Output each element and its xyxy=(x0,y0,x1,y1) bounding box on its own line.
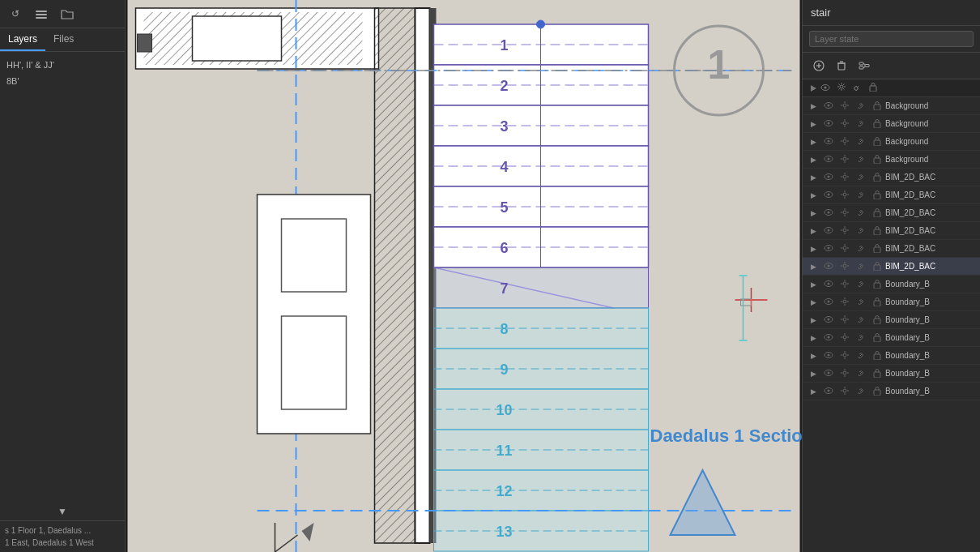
layer-link-icon[interactable] xyxy=(853,243,869,255)
layer-link-icon[interactable] xyxy=(853,225,869,237)
layer-link-icon[interactable] xyxy=(853,297,869,308)
expand-button[interactable]: ▼ xyxy=(0,503,125,520)
refresh-icon[interactable]: ↺ xyxy=(6,5,24,23)
layer-link-icon[interactable] xyxy=(853,350,869,362)
layer-lock-icon[interactable] xyxy=(869,172,885,183)
layer-link-icon[interactable] xyxy=(853,101,869,112)
layer-lock-icon[interactable] xyxy=(869,101,885,112)
tab-files[interactable]: Files xyxy=(45,28,82,51)
layer-lock-icon[interactable] xyxy=(869,190,885,201)
layer-gear-icon[interactable] xyxy=(837,172,853,183)
layer-gear-icon[interactable] xyxy=(837,297,853,308)
layer-row[interactable]: ▶ Boundary_B xyxy=(803,347,980,365)
layer-gear-icon[interactable] xyxy=(837,243,853,255)
layer-eye-icon[interactable] xyxy=(820,333,837,343)
layer-row[interactable]: ▶ Boundary_B xyxy=(803,293,980,311)
layer-eye-icon[interactable] xyxy=(820,315,837,325)
tab-layers[interactable]: Layers xyxy=(0,28,45,51)
layer-gear-icon[interactable] xyxy=(837,315,853,326)
layer-eye-icon[interactable] xyxy=(820,369,837,379)
layer-row[interactable]: ▶ BIM_2D_BAC xyxy=(803,222,980,240)
layer-row[interactable]: ▶ Boundary_B xyxy=(803,365,980,383)
layer-link-icon[interactable] xyxy=(853,136,869,148)
layer-link-icon[interactable] xyxy=(853,118,869,130)
list-item[interactable]: HH', II' & JJ' xyxy=(0,57,125,73)
layer-row[interactable]: ▶ BIM_2D_BAC xyxy=(803,169,980,186)
layer-link-icon[interactable] xyxy=(853,172,869,183)
layer-gear-icon[interactable] xyxy=(837,332,853,344)
layer-state-input[interactable] xyxy=(809,31,974,47)
layers-icon[interactable] xyxy=(32,5,50,23)
layer-eye-icon[interactable] xyxy=(820,244,837,254)
folder-icon[interactable] xyxy=(58,5,76,23)
layer-row[interactable]: ▶ Boundary_B xyxy=(803,383,980,400)
merge-layers-button[interactable] xyxy=(854,56,874,75)
layer-gear-icon[interactable] xyxy=(837,225,853,237)
layer-gear-icon[interactable] xyxy=(837,101,853,112)
layer-row[interactable]: ▶ BIM_2D_BAC xyxy=(803,258,980,276)
layer-lock-icon[interactable] xyxy=(869,225,885,237)
layer-row[interactable]: ▶ Background xyxy=(803,115,980,133)
svg-rect-102 xyxy=(874,140,880,146)
layer-gear-icon[interactable] xyxy=(837,136,853,148)
layer-link-icon[interactable] xyxy=(853,279,869,290)
layer-row[interactable]: ▶ Background xyxy=(803,97,980,115)
layer-lock-icon[interactable] xyxy=(869,315,885,326)
svg-point-141 xyxy=(843,318,846,321)
layer-link-icon[interactable] xyxy=(853,386,869,397)
layer-row[interactable]: ▶ BIM_2D_BAC xyxy=(803,240,980,258)
layer-lock-icon[interactable] xyxy=(869,136,885,148)
layer-lock-icon[interactable] xyxy=(869,368,885,379)
layer-eye-icon[interactable] xyxy=(820,173,837,182)
layer-lock-icon[interactable] xyxy=(869,350,885,362)
layer-lock-icon[interactable] xyxy=(869,386,885,397)
layer-gear-icon[interactable] xyxy=(837,208,853,219)
layer-gear-icon[interactable] xyxy=(837,350,853,362)
layer-link-icon[interactable] xyxy=(853,190,869,201)
layer-link-icon[interactable] xyxy=(853,261,869,272)
layer-eye-icon[interactable] xyxy=(820,280,837,289)
layer-eye-icon[interactable] xyxy=(820,387,837,396)
layer-lock-icon[interactable] xyxy=(869,297,885,308)
layer-lock-icon[interactable] xyxy=(869,279,885,290)
layer-link-icon[interactable] xyxy=(853,368,869,379)
layer-row[interactable]: ▶ BIM_2D_BAC xyxy=(803,186,980,204)
add-layer-button[interactable] xyxy=(809,56,829,75)
layer-eye-icon[interactable] xyxy=(820,119,837,129)
layer-gear-icon[interactable] xyxy=(837,118,853,130)
layer-gear-icon[interactable] xyxy=(837,261,853,272)
layer-lock-icon[interactable] xyxy=(869,261,885,272)
layer-eye-icon[interactable] xyxy=(820,101,837,111)
layer-row[interactable]: ▶ BIM_2D_BAC xyxy=(803,204,980,222)
layer-lock-icon[interactable] xyxy=(869,243,885,255)
layer-gear-icon[interactable] xyxy=(837,279,853,290)
layer-link-icon[interactable] xyxy=(853,208,869,219)
layer-link-icon[interactable] xyxy=(853,315,869,326)
layer-eye-icon[interactable] xyxy=(820,155,837,165)
layer-row[interactable]: ▶ Background xyxy=(803,133,980,151)
layer-gear-icon[interactable] xyxy=(837,190,853,201)
layer-lock-icon[interactable] xyxy=(869,154,885,165)
layer-link-icon[interactable] xyxy=(853,332,869,344)
layer-eye-icon[interactable] xyxy=(820,351,837,361)
layer-lock-icon[interactable] xyxy=(869,332,885,344)
layer-eye-icon[interactable] xyxy=(820,297,837,307)
layer-gear-icon[interactable] xyxy=(837,154,853,165)
delete-layer-button[interactable] xyxy=(832,56,851,75)
layer-gear-icon[interactable] xyxy=(837,368,853,379)
layer-eye-icon[interactable] xyxy=(820,137,837,147)
layer-row[interactable]: ▶ Boundary_B xyxy=(803,311,980,329)
layer-lock-icon[interactable] xyxy=(869,208,885,219)
layer-eye-icon[interactable] xyxy=(820,262,837,272)
layer-eye-icon[interactable] xyxy=(820,208,837,218)
layer-link-icon[interactable] xyxy=(853,154,869,165)
layer-row[interactable]: ▶ Boundary_B xyxy=(803,329,980,347)
layer-eye-icon[interactable] xyxy=(820,226,837,236)
layer-eye-icon[interactable] xyxy=(820,190,837,200)
layer-row[interactable]: ▶ Background xyxy=(803,151,980,169)
canvas-area[interactable]: 1 2 3 4 5 6 7 8 9 10 11 12 13 1 xyxy=(126,0,802,552)
list-item[interactable]: 8B' xyxy=(0,73,125,89)
layer-lock-icon[interactable] xyxy=(869,118,885,130)
layer-row[interactable]: ▶ Boundary_B xyxy=(803,276,980,293)
layer-gear-icon[interactable] xyxy=(837,386,853,397)
